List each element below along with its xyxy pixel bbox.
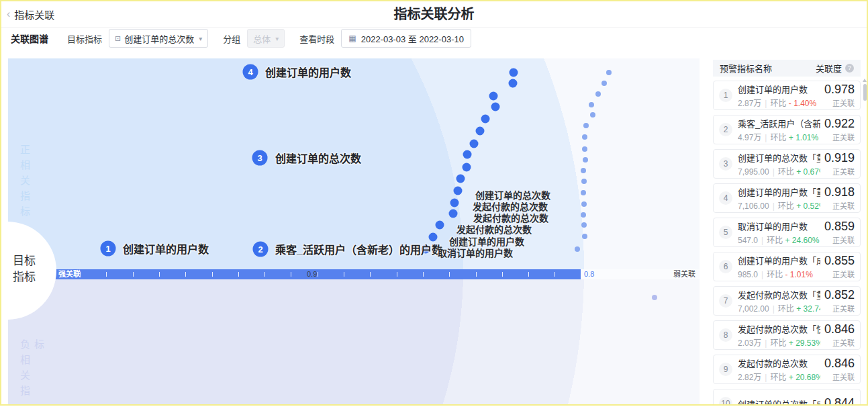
primary-data-dot[interactable]: [463, 150, 472, 159]
group-select[interactable]: 总体 ▾: [247, 29, 285, 48]
scrollbar-thumb[interactable]: [863, 84, 867, 101]
relation-type: 正关联: [824, 166, 855, 177]
hb-label: 环比: [770, 99, 788, 108]
primary-data-dot[interactable]: [429, 233, 438, 242]
back-button[interactable]: ‹ 指标关联: [7, 1, 54, 27]
primary-data-dot[interactable]: [449, 210, 458, 218]
card-body: 创建订单的用户数「成都市」985.0|环比 - 1.01%: [738, 254, 820, 279]
primary-data-dot[interactable]: [491, 103, 500, 111]
metric-title: 创建订单的用户数「成都市」: [738, 254, 820, 267]
secondary-data-dot[interactable]: [590, 112, 595, 118]
relation-type: 正关联: [824, 371, 855, 382]
correlation-score: 0.855: [824, 254, 855, 268]
secondary-data-dot[interactable]: [581, 190, 586, 195]
ranked-bubble-4[interactable]: 4: [243, 64, 258, 80]
secondary-data-dot[interactable]: [583, 123, 589, 128]
dot-label-6: 取消订单的用户数: [438, 246, 513, 259]
rank-badge: 2: [719, 123, 732, 136]
metric-card[interactable]: 5取消订单的用户数547.0|环比 + 24.60%0.859正关联: [713, 218, 861, 247]
secondary-data-dot[interactable]: [582, 234, 587, 239]
secondary-data-dot[interactable]: [601, 81, 607, 86]
divider: |: [765, 99, 767, 108]
metric-card[interactable]: 3创建订单的总次数「重庆市」7,995.00|环比 + 0.67%0.919正关…: [713, 149, 861, 179]
tab-correlation-graph[interactable]: 关联图谱: [11, 32, 48, 45]
primary-data-dot[interactable]: [456, 175, 465, 183]
metric-card[interactable]: 2乘客_活跃用户（含新老）的用...4.97万|环比 + 1.01%0.922正…: [713, 115, 861, 144]
hb-change: - 1.01%: [785, 270, 813, 279]
primary-data-dot[interactable]: [509, 79, 518, 88]
secondary-data-dot[interactable]: [581, 222, 587, 228]
divider: |: [761, 270, 763, 279]
secondary-data-dot[interactable]: [589, 102, 594, 107]
strong-correlation-label: 强关联: [58, 269, 81, 279]
metric-value: 7,995.00: [738, 167, 769, 177]
primary-data-dot[interactable]: [454, 187, 463, 195]
metric-card[interactable]: 4创建订单的用户数「重庆市」7,106.00|环比 + 0.52%0.918正关…: [713, 183, 861, 213]
metric-card[interactable]: 1创建订单的用户数2.87万|环比 - 1.40%0.978正关联: [713, 81, 861, 110]
dot-label-4: 发起付款的总次数: [456, 222, 532, 236]
axis-tick: [370, 272, 371, 277]
secondary-data-dot[interactable]: [582, 146, 587, 152]
secondary-data-dot[interactable]: [581, 212, 586, 218]
metric-card[interactable]: 7发起付款的总次数「重庆市」7,002.00|环比 + 32.74%0.852正…: [713, 286, 861, 316]
info-icon[interactable]: ?: [845, 64, 854, 73]
ranked-bubble-1[interactable]: 1: [101, 241, 116, 257]
secondary-data-dot[interactable]: [581, 168, 586, 173]
primary-data-dot[interactable]: [489, 92, 498, 101]
divider: |: [761, 236, 763, 245]
hb-label: 环比: [770, 133, 788, 142]
metric-title: 创建订单的用户数「重庆市」: [738, 185, 820, 198]
divider: |: [773, 304, 775, 314]
secondary-data-dot[interactable]: [583, 157, 588, 163]
secondary-data-dot[interactable]: [582, 134, 587, 140]
correlation-score: 0.844: [824, 396, 855, 406]
scrollbar-up-arrow[interactable]: [863, 79, 867, 82]
primary-data-dot[interactable]: [470, 140, 479, 148]
target-metric-select[interactable]: ⊡ 创建订单的总次数 ▾: [109, 29, 208, 48]
correlation-score: 0.846: [824, 357, 855, 371]
date-range-value: 2022-03-03 至 2022-03-10: [361, 32, 464, 45]
metric-values: 7,106.00|环比 + 0.52%: [738, 199, 820, 211]
secondary-data-dot[interactable]: [581, 179, 587, 184]
card-score-block: 0.922正关联: [824, 117, 855, 142]
card-score-block: 0.855正关联: [824, 254, 855, 279]
rank-badge: 6: [719, 260, 732, 273]
outlier-data-dot[interactable]: [652, 295, 657, 300]
metric-value: 985.0: [738, 270, 758, 279]
secondary-data-dot[interactable]: [595, 91, 601, 97]
secondary-data-dot[interactable]: [575, 246, 580, 252]
metric-card[interactable]: 8发起付款的总次数「快车实时」2.03万|环比 + 29.53%0.846正关联: [713, 320, 861, 350]
primary-data-dot[interactable]: [450, 199, 459, 208]
axis-tick: [318, 272, 318, 277]
metric-title: 发起付款的总次数: [738, 357, 820, 369]
metric-value: 547.0: [738, 236, 758, 245]
hb-label: 环比: [778, 304, 796, 314]
metric-values: 7,995.00|环比 + 0.67%: [738, 165, 820, 177]
ranked-bubble-label-3: 创建订单的总次数: [275, 150, 361, 166]
axis-tick: [554, 272, 555, 277]
axis-tick: [185, 272, 186, 277]
ranked-bubble-3[interactable]: 3: [252, 150, 268, 166]
metric-card[interactable]: 9发起付款的总次数2.82万|环比 + 20.68%0.846正关联: [713, 355, 861, 384]
primary-data-dot[interactable]: [463, 163, 471, 172]
metric-title: 发起付款的总次数「快车实时」: [738, 322, 820, 335]
correlation-score: 0.918: [824, 185, 855, 199]
chevron-down-icon: ▾: [199, 35, 202, 42]
metric-card[interactable]: 10创建订单的总次数「成都市」0.844: [713, 389, 861, 406]
ranked-bubble-2[interactable]: 2: [253, 242, 269, 257]
ranked-bubble-label-4: 创建订单的用户数: [265, 64, 351, 80]
metric-correlation-app: ‹ 指标关联 指标关联分析 关联图谱 目标指标 ⊡ 创建订单的总次数 ▾ 分组 …: [0, 0, 868, 406]
primary-data-dot[interactable]: [510, 68, 518, 77]
group-value: 总体: [253, 32, 271, 45]
secondary-data-dot[interactable]: [581, 201, 587, 207]
primary-data-dot[interactable]: [481, 115, 490, 124]
rank-badge: 7: [719, 294, 732, 308]
metric-card-list: 1创建订单的用户数2.87万|环比 - 1.40%0.978正关联2乘客_活跃用…: [713, 81, 867, 406]
metric-card[interactable]: 6创建订单的用户数「成都市」985.0|环比 - 1.01%0.855正关联: [713, 252, 861, 281]
axis-tick: [238, 272, 239, 277]
rank-badge: 10: [719, 397, 732, 406]
primary-data-dot[interactable]: [436, 221, 444, 230]
primary-data-dot[interactable]: [476, 127, 485, 136]
date-range-picker[interactable]: ▦ 2022-03-03 至 2022-03-10: [341, 29, 471, 48]
secondary-data-dot[interactable]: [606, 70, 612, 75]
